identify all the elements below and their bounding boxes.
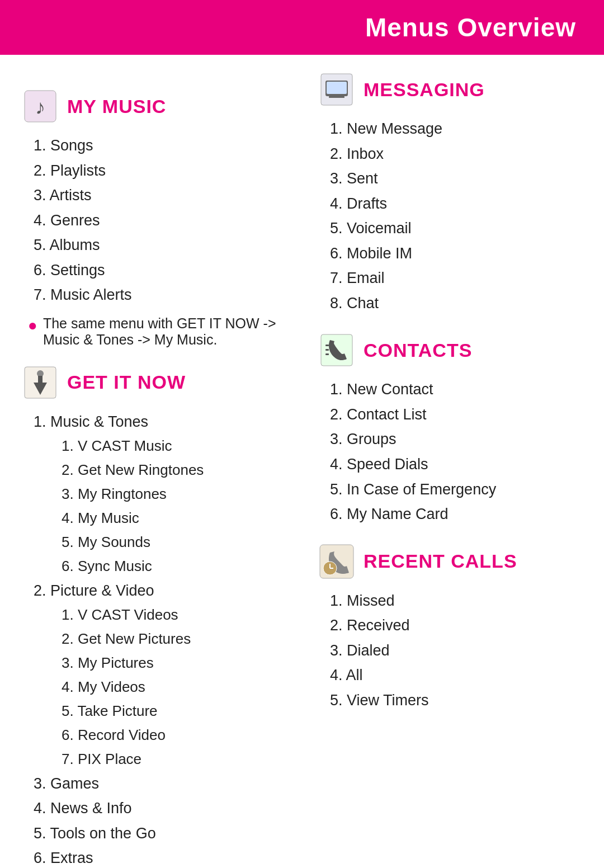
- list-item: 8. Chat: [330, 291, 582, 316]
- note-text: The same menu with GET IT NOW -> Music &…: [43, 315, 285, 348]
- messaging-header: MESSAGING: [319, 72, 582, 107]
- contacts-icon-svg: [320, 333, 353, 367]
- list-item: 5. Tools on the Go: [34, 821, 285, 846]
- messaging-list: 1. New Message 2. Inbox 3. Sent 4. Draft…: [319, 116, 582, 315]
- list-item: 1. Missed: [330, 588, 582, 614]
- page-title: Menus Overview: [365, 13, 576, 42]
- list-item: 7. PIX Place: [62, 747, 285, 771]
- list-item: 5. Take Picture: [62, 699, 285, 723]
- page-header: Menus Overview: [0, 0, 604, 55]
- music-tones-sublist: 1. V CAST Music 2. Get New Ringtones 3. …: [34, 434, 285, 578]
- get-it-now-header: GET IT NOW: [22, 365, 285, 400]
- svg-text:♪: ♪: [35, 96, 45, 119]
- recent-calls-icon: [319, 544, 355, 579]
- contacts-title: CONTACTS: [364, 339, 472, 361]
- my-music-note: ● The same menu with GET IT NOW -> Music…: [22, 315, 285, 348]
- list-item: 3. Groups: [330, 427, 582, 452]
- recent-calls-title: RECENT CALLS: [364, 550, 517, 572]
- messaging-icon: [319, 72, 355, 107]
- svg-rect-11: [325, 345, 329, 346]
- list-item: 6. Extras: [34, 846, 285, 868]
- list-item: 6. Record Video: [62, 723, 285, 747]
- list-item: 3. My Pictures: [62, 651, 285, 675]
- get-it-now-icon-svg: [23, 366, 57, 399]
- list-item: 1. Songs: [34, 133, 285, 158]
- list-item: 4. Drafts: [330, 191, 582, 216]
- list-item: 4. News & Info: [34, 796, 285, 821]
- contacts-icon: [319, 332, 355, 368]
- list-item: 2. Inbox: [330, 141, 582, 167]
- list-item: 7. Email: [330, 266, 582, 291]
- svg-rect-7: [327, 82, 347, 94]
- get-it-now-title: GET IT NOW: [67, 371, 186, 393]
- get-it-now-list: 1. Music & Tones 1. V CAST Music 2. Get …: [22, 409, 285, 868]
- svg-rect-12: [325, 349, 329, 351]
- music-icon-svg: ♪: [23, 89, 57, 123]
- list-item: 1. Music & Tones: [34, 409, 285, 435]
- messaging-title: MESSAGING: [364, 79, 485, 101]
- list-item: 3. Sent: [330, 166, 582, 191]
- list-item: 2. Playlists: [34, 158, 285, 183]
- right-column: MESSAGING 1. New Message 2. Inbox 3. Sen…: [308, 72, 582, 868]
- list-item: 1. V CAST Videos: [62, 603, 285, 627]
- contacts-header: CONTACTS: [319, 332, 582, 368]
- my-music-list: 1. Songs 2. Playlists 3. Artists 4. Genr…: [22, 133, 285, 308]
- list-item: 7. Music Alerts: [34, 282, 285, 308]
- list-item: 4. Genres: [34, 208, 285, 233]
- list-item: 6. Mobile IM: [330, 241, 582, 266]
- list-item: 3. Dialed: [330, 638, 582, 663]
- list-item: 5. View Timers: [330, 688, 582, 713]
- list-item: 2. Received: [330, 613, 582, 638]
- list-item: 6. Settings: [34, 258, 285, 283]
- list-item: 3. Artists: [34, 183, 285, 208]
- svg-rect-8: [332, 94, 341, 96]
- recent-calls-icon-svg: [319, 544, 355, 579]
- left-column: ♪ MY MUSIC 1. Songs 2. Playlists 3. Arti…: [22, 72, 308, 868]
- list-item: 1. New Message: [330, 116, 582, 141]
- list-item: 3. Games: [34, 771, 285, 796]
- list-item: 5. Albums: [34, 233, 285, 258]
- svg-rect-13: [325, 353, 329, 355]
- my-music-title: MY MUSIC: [67, 96, 166, 117]
- list-item: 4. My Music: [62, 506, 285, 530]
- list-item: 2. Picture & Video: [34, 578, 285, 603]
- messaging-icon-svg: [320, 73, 353, 106]
- get-it-now-icon: [22, 365, 58, 400]
- recent-calls-header: RECENT CALLS: [319, 544, 582, 579]
- list-item: 5. My Sounds: [62, 530, 285, 554]
- my-music-icon: ♪: [22, 88, 58, 124]
- list-item: 4. All: [330, 663, 582, 688]
- recent-calls-list: 1. Missed 2. Received 3. Dialed 4. All 5…: [319, 588, 582, 713]
- note-bullet-icon: ●: [28, 317, 37, 334]
- list-item: 6. My Name Card: [330, 502, 582, 527]
- my-music-header: ♪ MY MUSIC: [22, 88, 285, 124]
- list-item: 4. Speed Dials: [330, 452, 582, 477]
- list-item: 2. Contact List: [330, 402, 582, 427]
- contacts-list: 1. New Contact 2. Contact List 3. Groups…: [319, 377, 582, 526]
- list-item: 4. My Videos: [62, 675, 285, 699]
- list-item: 5. Voicemail: [330, 216, 582, 241]
- svg-rect-9: [329, 96, 345, 98]
- list-item: 1. New Contact: [330, 377, 582, 402]
- list-item: 6. Sync Music: [62, 554, 285, 578]
- list-item: 3. My Ringtones: [62, 482, 285, 506]
- list-item: 2. Get New Pictures: [62, 627, 285, 651]
- list-item: 5. In Case of Emergency: [330, 477, 582, 502]
- main-content: ♪ MY MUSIC 1. Songs 2. Playlists 3. Arti…: [0, 55, 604, 868]
- list-item: 2. Get New Ringtones: [62, 458, 285, 482]
- picture-video-sublist: 1. V CAST Videos 2. Get New Pictures 3. …: [34, 603, 285, 771]
- list-item: 1. V CAST Music: [62, 434, 285, 458]
